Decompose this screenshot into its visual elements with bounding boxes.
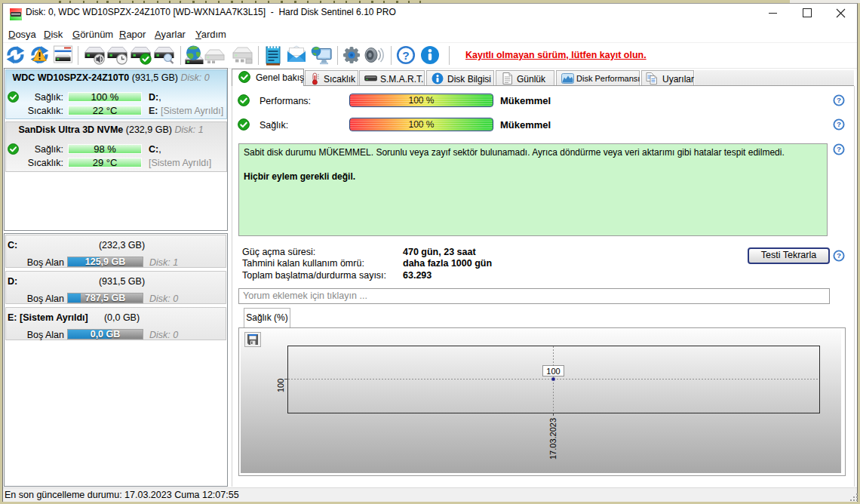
svg-text:?: ? (837, 145, 841, 153)
svg-text:?: ? (837, 120, 841, 128)
svg-text:?: ? (837, 251, 841, 260)
svg-text:100: 100 (546, 367, 560, 376)
svg-text:?: ? (402, 49, 409, 62)
svg-text:?: ? (837, 96, 841, 104)
